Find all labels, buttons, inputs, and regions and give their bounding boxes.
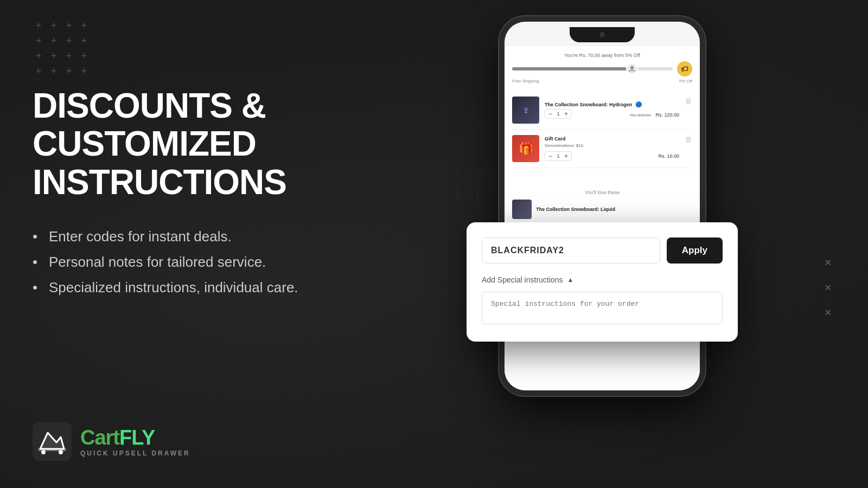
qty-minus-1[interactable]: − (548, 111, 552, 117)
instructions-textarea[interactable] (482, 292, 723, 324)
phone-notch-dot (599, 32, 605, 37)
progress-labels: Free Shipping 5% Off (512, 79, 692, 84)
right-area: You're Rs. 70.00 away from 5% Off 🏷 (467, 16, 835, 472)
discount-label: 5% Off (679, 79, 692, 84)
logo-text: CartFLY QUICK UPSELL DRAWER (80, 426, 190, 457)
plus-icon: + (48, 35, 60, 47)
feature-list: Enter codes for instant deals. Personal … (33, 228, 412, 296)
special-instructions-toggle[interactable]: Add Special instructions ▲ (482, 275, 723, 284)
qty-plus-1[interactable]: + (564, 111, 568, 117)
cart-item-2: 🎁 Gift Card Denominations: $10 − 1 + Rs.… (512, 130, 692, 168)
plus-icon: + (48, 20, 60, 31)
item-delete-2[interactable]: 🗑 (685, 135, 692, 144)
logo-subtitle: QUICK UPSELL DRAWER (80, 450, 190, 457)
list-item: Enter codes for instant deals. (33, 228, 412, 245)
discount-icon: 🏷 (677, 61, 692, 76)
item-delete-1[interactable]: 🗑 (685, 97, 692, 105)
x-buttons-group: × × × (820, 255, 835, 320)
upsell-thumbnail (512, 200, 532, 219)
item-info-2: Gift Card Denominations: $10 − 1 + Rs. 1… (545, 136, 679, 161)
plus-icon: + (33, 35, 44, 47)
plus-icon: + (63, 50, 75, 62)
apply-button[interactable]: Apply (667, 237, 723, 264)
item-thumbnail-1: HZ (512, 97, 539, 124)
svg-rect-5 (38, 448, 66, 451)
upsell-item-name: The Collection Snowboard: Liquid (536, 207, 615, 212)
plus-icon: + (33, 65, 44, 77)
upsell-section: You'll love these The Collection Snowboa… (512, 184, 692, 222)
progress-text: You're Rs. 70.00 away from 5% Off (512, 53, 692, 58)
plus-icon: + (33, 20, 44, 31)
plus-icon: + (78, 50, 90, 62)
coupon-row: Apply (482, 237, 723, 264)
logo-brand-name: CartFLY (80, 426, 190, 450)
progress-bar-container: 🏷 (512, 61, 692, 76)
floating-card: Apply Add Special instructions ▲ (467, 222, 738, 342)
list-item: Specialized instructions, individual car… (33, 279, 412, 296)
qty-value-1: 1 (556, 111, 561, 117)
toggle-label: Add Special instructions (482, 275, 563, 284)
item-name-1: The Collection Snowboard: Hydrogen 🔵 (545, 101, 679, 107)
qty-value-2: 1 (556, 153, 561, 159)
close-button-3[interactable]: × (820, 305, 835, 320)
cartfly-logo-icon (33, 422, 72, 461)
progress-bar-fill (512, 67, 633, 70)
item-info-1: The Collection Snowboard: Hydrogen 🔵 − 1… (545, 101, 679, 119)
page-title: DISCOUNTS & CUSTOMIZED INSTRUCTIONS (33, 87, 412, 201)
qty-control-1[interactable]: − 1 + (545, 109, 572, 119)
logo-area: CartFLY QUICK UPSELL DRAWER (33, 422, 190, 461)
phone-notch (570, 27, 635, 42)
qty-control-2[interactable]: − 1 + (545, 151, 572, 161)
progress-bar-track (512, 67, 673, 70)
upsell-item: The Collection Snowboard: Liquid (512, 200, 692, 219)
item-thumbnail-2: 🎁 (512, 135, 539, 162)
item-old-price-1: Rs. 600.00 (630, 113, 651, 118)
plus-icon: + (48, 50, 60, 62)
left-content: DISCOUNTS & CUSTOMIZED INSTRUCTIONS Ente… (33, 87, 412, 329)
item-name-sub-2: Denominations: $10 (545, 143, 679, 148)
plus-icon: + (78, 65, 90, 77)
list-item: Personal notes for tailored service. (33, 254, 412, 271)
plus-icon: + (63, 65, 75, 77)
plus-icon: + (63, 20, 75, 31)
plus-pattern: + + + + + + + + + + + + + + + + (33, 20, 90, 77)
coupon-input[interactable] (482, 237, 660, 264)
toggle-arrow-icon: ▲ (567, 276, 573, 284)
item-current-price-2: Rs. 10.00 (658, 153, 679, 159)
upsell-title: You'll love these (512, 190, 692, 195)
item-price-1: Rs. 600.00 Rs. 120.00 (630, 109, 679, 119)
plus-icon: + (48, 65, 60, 77)
qty-plus-2[interactable]: + (564, 153, 568, 159)
plus-icon: + (63, 35, 75, 47)
progress-avatar-icon (626, 63, 638, 75)
item-name-2: Gift Card (545, 136, 679, 142)
free-shipping-label: Free Shipping (512, 79, 539, 84)
item-current-price-1: Rs. 120.00 (655, 112, 679, 118)
progress-section: You're Rs. 70.00 away from 5% Off 🏷 (512, 53, 692, 84)
close-button-2[interactable]: × (820, 280, 835, 295)
plus-icon: + (78, 20, 90, 31)
svg-point-6 (630, 66, 634, 69)
item-price-row-2: − 1 + Rs. 10.00 (545, 151, 679, 161)
cart-item-1: HZ The Collection Snowboard: Hydrogen 🔵 … (512, 91, 692, 130)
item-price-row-1: − 1 + Rs. 600.00 Rs. 120.00 (545, 109, 679, 119)
close-button-1[interactable]: × (820, 255, 835, 270)
qty-minus-2[interactable]: − (548, 153, 552, 159)
plus-icon: + (33, 50, 44, 62)
plus-icon: + (78, 35, 90, 47)
